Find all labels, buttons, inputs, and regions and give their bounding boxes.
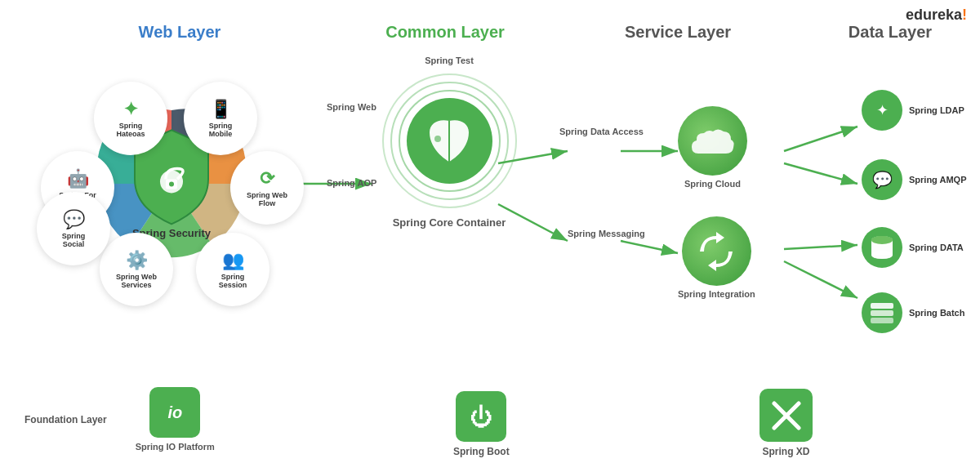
spring-io-icon: io: [149, 387, 200, 438]
spring-amqp-label: Spring AMQP: [909, 175, 966, 185]
social-label: SpringSocial: [62, 232, 86, 248]
spring-data-icon: [862, 227, 902, 268]
ring-mid: [390, 82, 509, 200]
spring-batch-icon: [862, 292, 902, 333]
spring-xd-label: Spring XD: [762, 446, 809, 457]
spring-cloud-label: Spring Cloud: [684, 179, 741, 189]
android-icon: 🤖: [67, 168, 89, 189]
spring-messaging-label: Spring Messaging: [568, 229, 645, 238]
petal-social: 💬 SpringSocial: [37, 192, 110, 265]
spring-amqp-icon: 💬: [862, 159, 902, 200]
spring-batch-label: Spring Batch: [909, 308, 964, 318]
petal-webservices: ⚙️ Spring WebServices: [100, 233, 173, 306]
brand-exclamation: !: [962, 7, 967, 23]
database-svg: [870, 234, 894, 260]
service-layer-heading: Service Layer: [596, 23, 760, 42]
spring-cloud-icon: [678, 106, 747, 176]
spring-web-label: Spring Web: [327, 102, 376, 112]
xd-svg: [770, 399, 803, 432]
core-container-label: Spring Core Container: [393, 216, 506, 229]
web-layer-heading: Web Layer: [65, 23, 294, 42]
hateoas-label: SpringHateoas: [116, 122, 145, 138]
spring-ldap-label: Spring LDAP: [909, 105, 964, 115]
petal-mobile: 📱 SpringMobile: [184, 82, 257, 155]
svg-line-7: [784, 163, 858, 184]
leaf-icon: [423, 114, 476, 167]
session-icon: 👥: [222, 250, 244, 271]
data-layer-heading: Data Layer: [825, 23, 956, 42]
svg-rect-20: [871, 310, 893, 316]
svg-line-9: [784, 261, 858, 298]
hateoas-icon: ✦: [123, 99, 138, 120]
session-label: SpringSession: [219, 273, 247, 289]
webservices-label: Spring WebServices: [116, 273, 157, 289]
svg-point-12: [169, 181, 174, 186]
cloud-svg: [690, 125, 735, 158]
svg-rect-19: [871, 303, 893, 309]
webflow-icon: ⟳: [260, 168, 274, 189]
common-layer-heading: Common Layer: [351, 23, 539, 42]
spring-data-access-label: Spring Data Access: [559, 127, 644, 136]
mobile-icon: 📱: [210, 99, 232, 120]
spring-ldap-item: ✦ Spring LDAP: [862, 90, 964, 131]
svg-point-18: [871, 236, 893, 244]
spring-integration-icon: [682, 216, 751, 286]
data-access-label: Spring Data Access: [559, 127, 644, 136]
social-icon: 💬: [63, 209, 85, 230]
common-layer-section: Spring Test Spring Web Spring AOP: [343, 56, 555, 229]
webservices-icon: ⚙️: [126, 250, 148, 271]
spring-boot-icon: ⏻: [456, 391, 506, 442]
ring-outer: [382, 73, 517, 208]
petal-session: 👥 SpringSession: [196, 233, 270, 306]
spring-io-platform: io Spring IO Platform: [136, 387, 215, 452]
spring-amqp-item: 💬 Spring AMQP: [862, 159, 966, 200]
messaging-label: Spring Messaging: [568, 229, 645, 238]
core-container-wrapper: Spring Web Spring AOP Spring Core: [343, 73, 555, 229]
spring-cloud-item: Spring Cloud: [678, 106, 747, 189]
spring-xd-icon: [760, 389, 813, 442]
amqp-icon-glyph: 💬: [872, 170, 893, 189]
mobile-label: SpringMobile: [209, 122, 233, 138]
flower-wheel: Spring Security 🤖 Spring ForAndroid ✦ Sp…: [49, 57, 294, 327]
spring-test-label: Spring Test: [343, 56, 555, 65]
svg-rect-21: [871, 318, 893, 323]
spring-integration-item: Spring Integration: [678, 216, 755, 299]
core-circle: [407, 98, 492, 184]
spring-xd-section: Spring XD: [760, 389, 813, 457]
foundation-section: Foundation Layer io Spring IO Platform: [24, 387, 215, 452]
petal-webflow: ⟳ Spring WebFlow: [230, 151, 304, 225]
petal-hateoas: ✦ SpringHateoas: [94, 82, 167, 155]
foundation-label: Foundation Layer: [24, 414, 107, 425]
spring-io-label: Spring IO Platform: [136, 442, 215, 452]
spring-aop-label: Spring AOP: [327, 178, 376, 188]
spring-ldap-icon: ✦: [862, 90, 902, 131]
svg-line-6: [784, 127, 858, 151]
brand-logo: edureka!: [906, 7, 967, 24]
batch-svg: [869, 301, 895, 324]
ring-inner: [399, 90, 501, 192]
spring-io-text: io: [167, 403, 182, 422]
svg-line-5: [621, 241, 678, 253]
ldap-icon-glyph: ✦: [876, 101, 889, 119]
svg-point-13: [434, 136, 441, 142]
spring-data-label: Spring DATA: [909, 243, 964, 252]
webflow-label: Spring WebFlow: [247, 191, 287, 207]
spring-batch-item: Spring Batch: [862, 292, 964, 333]
power-icon: ⏻: [470, 403, 492, 430]
spring-data-item: Spring DATA: [862, 227, 964, 268]
spring-boot-section: ⏻ Spring Boot: [453, 391, 510, 457]
svg-line-8: [784, 245, 858, 249]
spring-boot-label: Spring Boot: [453, 446, 510, 457]
spring-integration-label: Spring Integration: [678, 289, 755, 299]
integration-svg: [696, 231, 737, 272]
